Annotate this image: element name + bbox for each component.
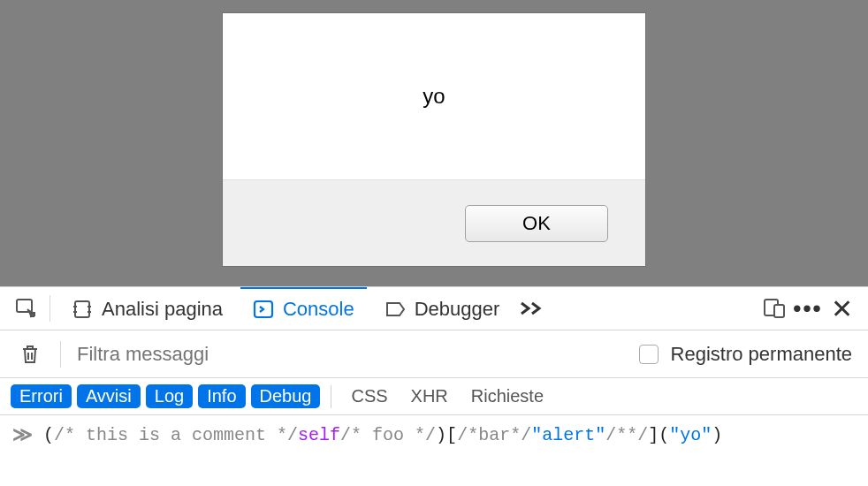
page-viewport: yo OK <box>0 0 868 286</box>
overflow-tabs-icon[interactable] <box>517 294 545 323</box>
devtools-tabbar: Analisi pagina Console Debugger <box>0 286 868 330</box>
pill-log[interactable]: Log <box>146 384 193 408</box>
debugger-icon <box>385 299 406 320</box>
console-prompt-icon: ≫ <box>12 423 33 447</box>
divider <box>60 341 61 368</box>
element-picker-icon[interactable] <box>12 294 41 323</box>
tab-console-label: Console <box>283 298 354 321</box>
console-input-code[interactable]: (/* this is a comment */self/* foo */)[/… <box>43 425 722 445</box>
pill-requests[interactable]: Richieste <box>462 384 552 408</box>
svg-rect-8 <box>774 305 784 317</box>
alert-dialog: yo OK <box>222 12 646 267</box>
svg-rect-0 <box>17 300 32 312</box>
tab-debugger-label: Debugger <box>415 298 500 321</box>
alert-footer: OK <box>223 179 645 266</box>
pill-css[interactable]: CSS <box>342 384 396 408</box>
svg-rect-1 <box>75 301 89 317</box>
filter-messages-input[interactable] <box>77 343 627 366</box>
trash-icon[interactable] <box>16 340 44 368</box>
pill-errors[interactable]: Errori <box>11 384 72 408</box>
close-devtools-icon[interactable]: ✕ <box>827 294 856 323</box>
tab-inspector[interactable]: Analisi pagina <box>59 287 235 330</box>
tab-inspector-label: Analisi pagina <box>102 298 223 321</box>
console-icon <box>253 299 274 320</box>
persist-log-checkbox[interactable] <box>639 345 659 364</box>
console-input-line[interactable]: ≫ (/* this is a comment */self/* foo */)… <box>0 415 868 454</box>
divider <box>49 295 50 322</box>
console-category-bar: Errori Avvisi Log Info Debug CSS XHR Ric… <box>0 378 868 415</box>
tab-debugger[interactable]: Debugger <box>372 287 513 330</box>
persist-log-label: Registro permanente <box>671 343 852 366</box>
console-filter-bar: Registro permanente <box>0 330 868 378</box>
kebab-menu-icon[interactable]: ••• <box>794 294 822 323</box>
alert-message: yo <box>223 13 645 179</box>
inspector-icon <box>72 299 93 320</box>
pill-warnings[interactable]: Avvisi <box>77 384 141 408</box>
divider <box>331 385 331 408</box>
responsive-mode-icon[interactable] <box>760 294 788 323</box>
tab-console[interactable]: Console <box>240 287 367 330</box>
pill-xhr[interactable]: XHR <box>402 384 457 408</box>
ok-button[interactable]: OK <box>465 205 608 242</box>
pill-debug[interactable]: Debug <box>251 384 321 408</box>
pill-info[interactable]: Info <box>198 384 245 408</box>
